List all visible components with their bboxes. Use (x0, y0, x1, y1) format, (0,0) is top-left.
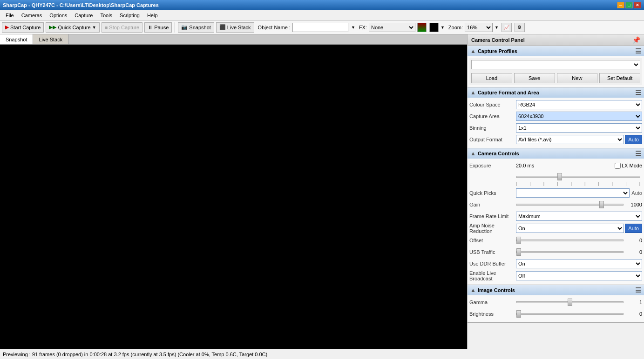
gain-label: Gain (469, 202, 516, 207)
live-broadcast-select[interactable]: Off (516, 271, 642, 280)
toolbar: ▶ Start Capture ▶▶ Quick Capture ▼ ■ Sto… (0, 20, 644, 34)
pause-button[interactable]: ⏸ Pause (144, 22, 172, 33)
menu-file[interactable]: File (2, 12, 18, 19)
start-capture-button[interactable]: ▶ Start Capture (2, 22, 44, 33)
ddr-buffer-label: Use DDR Buffer (469, 261, 516, 266)
gamma-slider[interactable] (516, 298, 624, 307)
close-button[interactable]: ✕ (634, 2, 641, 8)
menu-help[interactable]: Help (143, 12, 162, 19)
quick-capture-button[interactable]: ▶▶ Quick Capture ▼ (46, 22, 99, 33)
camera-controls-title: Camera Controls (478, 151, 519, 156)
tab-snapshot[interactable]: Snapshot (0, 34, 33, 44)
quick-capture-dropdown-icon[interactable]: ▼ (92, 25, 96, 30)
output-format-select[interactable]: AVI files (*.avi) (516, 135, 624, 144)
capture-format-title: Capture Format and Area (478, 90, 539, 95)
image-controls-body: Gamma 1 Brightness (468, 295, 644, 322)
quick-picks-select[interactable] (516, 188, 630, 198)
new-button[interactable]: New (557, 73, 598, 83)
object-name-dropdown-icon[interactable]: ▼ (351, 25, 355, 30)
panel-title: Camera Control Panel (471, 37, 525, 43)
capture-profiles-header[interactable]: ▲ Capture Profiles ☰ (468, 46, 644, 56)
set-default-button[interactable]: Set Default (599, 73, 640, 83)
fx-select[interactable]: None (369, 23, 415, 32)
frame-rate-select[interactable]: Maximum (516, 212, 642, 221)
amp-noise-auto-button[interactable]: Auto (625, 224, 642, 233)
object-name-label: Object Name : (258, 25, 291, 30)
zoom-area: Zoom: 16% ▼ 📈 ⚙ (448, 23, 525, 32)
zoom-select[interactable]: 16% (465, 23, 493, 32)
ddr-buffer-select[interactable]: On (516, 259, 642, 268)
menu-tools[interactable]: Tools (96, 12, 116, 19)
title-bar: SharpCap - QHY247C - C:\Users\LT\Desktop… (0, 0, 644, 10)
live-stack-button[interactable]: ⬛ Live Stack (216, 22, 254, 33)
offset-slider[interactable] (516, 236, 624, 245)
brightness-row: Brightness 0 (469, 309, 642, 319)
quick-picks-row: Quick Picks Auto (469, 188, 642, 198)
exposure-label: Exposure (469, 163, 516, 168)
gain-row: Gain 1000 (469, 199, 642, 210)
capture-format-body: Colour Space RGB24 Capture Area 6024x393… (468, 98, 644, 148)
offset-row: Offset 0 (469, 235, 642, 246)
minimize-button[interactable]: ─ (617, 2, 624, 8)
live-stack-icon: ⬛ (219, 24, 226, 30)
camera-controls-collapse-icon: ▲ (470, 150, 476, 157)
capture-profiles-section: ▲ Capture Profiles ☰ Load Save New Set D… (468, 46, 644, 87)
capture-format-menu-icon[interactable]: ☰ (635, 89, 641, 96)
exposure-slider[interactable] (516, 172, 640, 181)
menu-bar: File Cameras Options Capture Tools Scrip… (0, 10, 644, 20)
profile-select[interactable] (471, 60, 640, 69)
image-controls-header[interactable]: ▲ Image Controls ☰ (468, 285, 644, 295)
settings-icon-button[interactable]: ⚙ (515, 23, 525, 32)
save-button[interactable]: Save (514, 73, 555, 83)
fx-dropdown-icon[interactable]: ▼ (441, 25, 445, 30)
quick-capture-icon: ▶▶ (49, 24, 56, 30)
brightness-slider[interactable] (516, 309, 624, 319)
menu-cameras[interactable]: Cameras (18, 12, 46, 19)
fx-area: FX: None ▼ (359, 23, 445, 32)
binning-select[interactable]: 1x1 (516, 123, 642, 133)
menu-capture[interactable]: Capture (71, 12, 96, 19)
gain-slider[interactable] (516, 200, 624, 209)
amp-noise-label: Amp Noise Reduction (469, 223, 516, 234)
maximize-button[interactable]: □ (625, 2, 633, 8)
capture-area-select[interactable]: 6024x3930 (516, 112, 642, 121)
object-name-input[interactable] (292, 23, 348, 32)
camera-controls-menu-icon[interactable]: ☰ (635, 150, 641, 157)
stop-capture-icon: ■ (105, 25, 108, 30)
panel-pin-icon[interactable]: 📌 (632, 36, 640, 44)
lx-mode-checkbox[interactable] (615, 163, 621, 169)
colour-space-row: Colour Space RGB24 (469, 100, 642, 110)
chart-button[interactable]: 📈 (502, 23, 512, 32)
load-button[interactable]: Load (471, 73, 512, 83)
snapshot-icon: 📷 (181, 24, 188, 30)
menu-options[interactable]: Options (46, 12, 71, 19)
stop-capture-button[interactable]: ■ Stop Capture (102, 22, 142, 33)
image-controls-section: ▲ Image Controls ☰ Gamma 1 (468, 285, 644, 323)
main-layout: Snapshot Live Stack Camera Control Panel… (0, 34, 644, 349)
snapshot-button[interactable]: 📷 Snapshot (178, 22, 214, 33)
menu-scripting[interactable]: Scripting (116, 12, 143, 19)
preview-canvas[interactable] (0, 45, 467, 349)
output-format-auto-button[interactable]: Auto (625, 135, 642, 144)
capture-area-label: Capture Area (469, 113, 516, 119)
amp-noise-select[interactable]: On (516, 224, 624, 233)
capture-profiles-menu-icon[interactable]: ☰ (635, 47, 641, 55)
usb-traffic-slider[interactable] (516, 247, 624, 257)
camera-controls-header[interactable]: ▲ Camera Controls ☰ (468, 148, 644, 159)
zoom-dropdown-icon[interactable]: ▼ (495, 25, 499, 30)
right-panel: Camera Control Panel 📌 ▲ Capture Profile… (467, 34, 644, 349)
capture-format-header[interactable]: ▲ Capture Format and Area ☰ (468, 87, 644, 98)
fx-color-button[interactable] (417, 23, 427, 32)
pause-icon: ⏸ (148, 25, 153, 30)
image-controls-menu-icon[interactable]: ☰ (635, 286, 641, 294)
fx-black-button[interactable] (429, 23, 439, 32)
colour-space-select[interactable]: RGB24 (516, 100, 642, 109)
exposure-row: Exposure 20.0 ms LX Mode (469, 160, 642, 171)
object-name-area: Object Name : ▼ (258, 23, 355, 32)
camera-controls-section: ▲ Camera Controls ☰ Exposure 20.0 ms LX … (468, 148, 644, 285)
brightness-value: 0 (624, 311, 642, 317)
live-broadcast-row: Enable Live Broadcast Off (469, 270, 642, 281)
tab-live-stack[interactable]: Live Stack (33, 34, 68, 44)
usb-traffic-row: USB Traffic 0 (469, 247, 642, 257)
usb-traffic-value: 0 (624, 249, 642, 255)
